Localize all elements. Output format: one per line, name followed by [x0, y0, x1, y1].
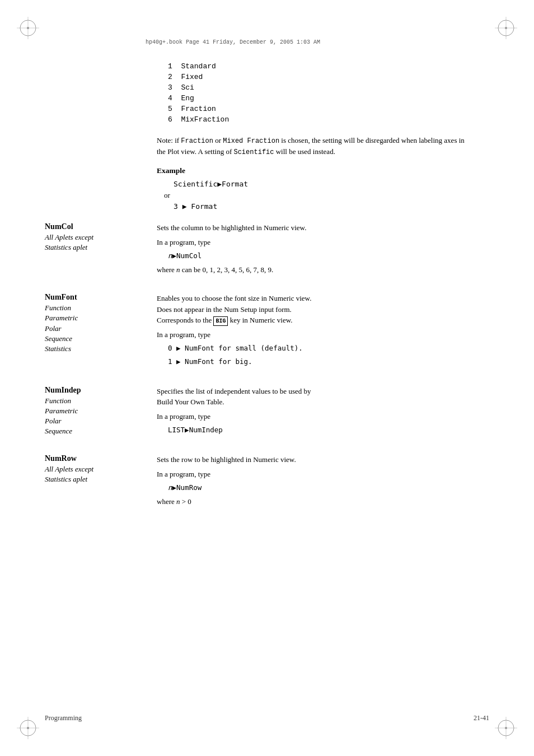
note-code3: Scientific — [233, 148, 274, 156]
header-text: hp40g+.book Page 41 Friday, December 9, … — [146, 39, 320, 45]
numcol-code: n▶NumCol — [157, 251, 306, 262]
header-line: hp40g+.book Page 41 Friday, December 9, … — [45, 39, 489, 45]
corner-mark-tr — [495, 17, 517, 39]
list-item-5: 5 Fraction — [157, 105, 467, 113]
numrow-section: NumRow All Aplets except Statistics aple… — [157, 454, 467, 509]
numfont-name: NumFont — [45, 293, 146, 302]
numfont-italic-5: Statistics — [45, 344, 71, 353]
big-key: BIG — [213, 316, 228, 326]
numrow-name: NumRow — [45, 454, 146, 463]
numrow-italic-1: All Aplets except — [45, 465, 93, 473]
numrow-italic: All Aplets except Statistics aplet — [45, 464, 146, 484]
numindep-italic-2: Parametric — [45, 407, 78, 415]
numrow-left: NumRow All Aplets except Statistics aple… — [45, 454, 157, 509]
numfont-body: Enables you to choose the font size in N… — [157, 293, 311, 370]
numrow-where: where n > 0 — [157, 496, 296, 507]
numrow-program-intro: In a program, type — [157, 469, 296, 480]
corner-mark-br — [495, 717, 517, 739]
numindep-italic-1: Function — [45, 396, 71, 405]
numfont-italic-2: Parametric — [45, 314, 78, 322]
numrow-body: Sets the row to be highlighted in Numeri… — [157, 454, 296, 509]
numindep-italic-4: Sequence — [45, 427, 72, 435]
list-item-1: 1 Standard — [157, 62, 467, 71]
list-item-6: 6 MixFraction — [157, 115, 467, 124]
note-code2: Mixed Fraction — [223, 137, 279, 145]
numindep-italic-3: Polar — [45, 417, 62, 425]
example-code-1: Scientific▶Format — [157, 180, 467, 189]
note-code1: Fraction — [181, 137, 213, 145]
sections-wrapper: NumCol All Aplets except Statistics aple… — [157, 222, 467, 509]
numcol-program-intro: In a program, type — [157, 237, 306, 248]
numbered-list: 1 Standard 2 Fixed 3 Sci 4 Eng 5 Fractio… — [157, 62, 467, 124]
example-or: or — [157, 191, 467, 200]
example-code-2: 3 ▶ Format — [157, 202, 467, 211]
list-item-4: 4 Eng — [157, 94, 467, 102]
numrow-italic-2: Statistics aplet — [45, 475, 87, 483]
numindep-body: Specifies the list of independent values… — [157, 386, 311, 438]
corner-mark-tl — [17, 17, 39, 39]
corner-mark-bl — [17, 717, 39, 739]
numcol-italic-1: All Aplets except — [45, 233, 93, 241]
main-content: 1 Standard 2 Fixed 3 Sci 4 Eng 5 Fractio… — [45, 62, 489, 509]
list-item-3: 3 Sci — [157, 83, 467, 92]
numcol-name: NumCol — [45, 222, 146, 231]
footer: Programming 21-41 — [45, 714, 489, 722]
numcol-desc: Sets the column to be highlighted in Num… — [157, 222, 306, 234]
numcol-section: NumCol All Aplets except Statistics aple… — [157, 222, 467, 277]
numrow-desc: Sets the row to be highlighted in Numeri… — [157, 454, 296, 465]
numfont-desc: Enables you to choose the font size in N… — [157, 293, 311, 326]
numindep-code: LIST▶NumIndep — [157, 425, 311, 436]
numindep-desc: Specifies the list of independent values… — [157, 386, 311, 408]
numindep-section: NumIndep Function Parametric Polar Seque… — [157, 386, 467, 438]
numindep-italic: Function Parametric Polar Sequence — [45, 396, 146, 437]
numfont-italic-3: Polar — [45, 324, 62, 333]
page: hp40g+.book Page 41 Friday, December 9, … — [0, 0, 534, 756]
numfont-left: NumFont Function Parametric Polar Sequen… — [45, 293, 157, 370]
footer-right: 21-41 — [474, 714, 489, 722]
numfont-section: NumFont Function Parametric Polar Sequen… — [157, 293, 467, 370]
numfont-code-2: 1 ▶ NumFont for big. — [157, 357, 311, 368]
example-heading: Example — [157, 166, 467, 175]
numfont-italic-1: Function — [45, 304, 71, 312]
list-item-2: 2 Fixed — [157, 73, 467, 81]
numcol-body: Sets the column to be highlighted in Num… — [157, 222, 306, 277]
numindep-left: NumIndep Function Parametric Polar Seque… — [45, 386, 157, 438]
example-section: Example Scientific▶Format or 3 ▶ Format — [157, 166, 467, 211]
numindep-program-intro: In a program, type — [157, 411, 311, 422]
numcol-italic: All Aplets except Statistics aplet — [45, 232, 146, 253]
numcol-where: where n can be 0, 1, 2, 3, 4, 5, 6, 7, 8… — [157, 264, 306, 276]
numcol-italic-2: Statistics aplet — [45, 243, 87, 251]
numrow-code: n▶NumRow — [157, 483, 296, 494]
numcol-left: NumCol All Aplets except Statistics aple… — [45, 222, 157, 277]
note-paragraph: Note: if Fraction or Mixed Fraction is c… — [157, 135, 467, 157]
numindep-name: NumIndep — [45, 386, 146, 395]
numfont-italic: Function Parametric Polar Sequence Stati… — [45, 303, 146, 354]
numfont-program-intro: In a program, type — [157, 329, 311, 340]
footer-left: Programming — [45, 714, 82, 722]
numfont-code-1: 0 ▶ NumFont for small (default). — [157, 343, 311, 354]
numfont-italic-4: Sequence — [45, 334, 72, 343]
